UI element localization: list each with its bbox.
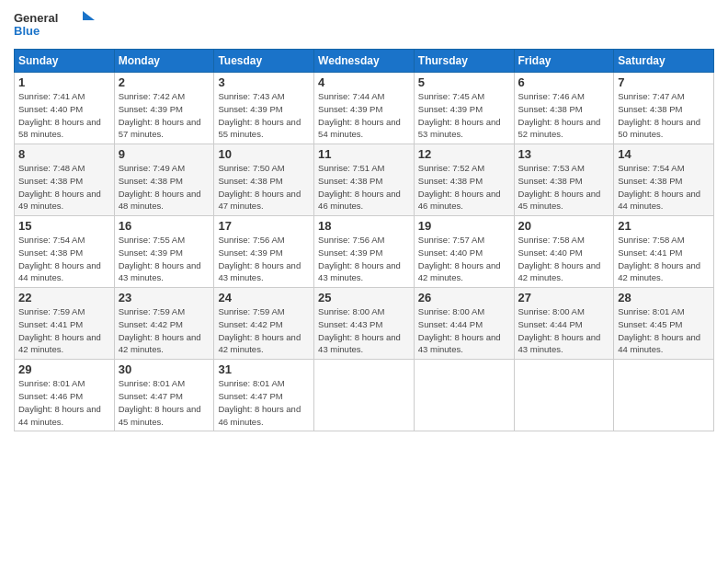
calendar-cell: 7 Sunrise: 7:47 AM Sunset: 4:38 PM Dayli… bbox=[614, 73, 714, 144]
day-info: Sunrise: 7:59 AM Sunset: 4:42 PM Dayligh… bbox=[119, 305, 210, 356]
day-info: Sunrise: 8:01 AM Sunset: 4:47 PM Dayligh… bbox=[218, 377, 310, 428]
sunset-label: Sunset: 4:38 PM bbox=[18, 176, 83, 186]
calendar-cell: 3 Sunrise: 7:43 AM Sunset: 4:39 PM Dayli… bbox=[214, 73, 314, 144]
sunrise-label: Sunrise: 8:00 AM bbox=[318, 306, 384, 316]
daylight-label: Daylight: 8 hours and 48 minutes. bbox=[119, 189, 201, 212]
sunset-label: Sunset: 4:38 PM bbox=[18, 247, 83, 258]
sunset-label: Sunset: 4:43 PM bbox=[318, 319, 382, 329]
sunrise-label: Sunrise: 7:53 AM bbox=[518, 163, 585, 173]
calendar-cell: 9 Sunrise: 7:49 AM Sunset: 4:38 PM Dayli… bbox=[114, 144, 214, 216]
sunset-label: Sunset: 4:42 PM bbox=[119, 319, 183, 329]
day-number: 8 bbox=[18, 147, 110, 161]
daylight-label: Daylight: 8 hours and 46 minutes. bbox=[218, 404, 301, 427]
sunset-label: Sunset: 4:41 PM bbox=[618, 247, 682, 258]
daylight-label: Daylight: 8 hours and 42 minutes. bbox=[18, 332, 101, 355]
logo: General Blue bbox=[14, 9, 97, 41]
day-info: Sunrise: 7:57 AM Sunset: 4:40 PM Dayligh… bbox=[418, 234, 510, 284]
daylight-label: Daylight: 8 hours and 43 minutes. bbox=[518, 332, 601, 355]
daylight-label: Daylight: 8 hours and 44 minutes. bbox=[618, 189, 700, 212]
calendar-cell: 8 Sunrise: 7:48 AM Sunset: 4:38 PM Dayli… bbox=[15, 144, 115, 216]
day-info: Sunrise: 7:46 AM Sunset: 4:38 PM Dayligh… bbox=[518, 90, 610, 141]
day-info: Sunrise: 7:43 AM Sunset: 4:39 PM Dayligh… bbox=[218, 90, 310, 141]
sunrise-label: Sunrise: 7:51 AM bbox=[318, 163, 384, 173]
day-number: 15 bbox=[18, 219, 110, 233]
sunset-label: Sunset: 4:42 PM bbox=[218, 319, 282, 329]
calendar-cell: 12 Sunrise: 7:52 AM Sunset: 4:38 PM Dayl… bbox=[414, 144, 514, 216]
day-number: 19 bbox=[418, 219, 510, 233]
sunset-label: Sunset: 4:38 PM bbox=[518, 176, 583, 186]
day-info: Sunrise: 7:59 AM Sunset: 4:42 PM Dayligh… bbox=[218, 305, 310, 356]
day-header-saturday: Saturday bbox=[614, 50, 714, 73]
daylight-label: Daylight: 8 hours and 42 minutes. bbox=[218, 332, 301, 355]
daylight-label: Daylight: 8 hours and 42 minutes. bbox=[618, 260, 700, 283]
day-info: Sunrise: 7:50 AM Sunset: 4:38 PM Dayligh… bbox=[218, 162, 310, 213]
day-number: 24 bbox=[218, 291, 310, 304]
day-number: 13 bbox=[518, 147, 610, 161]
day-info: Sunrise: 7:59 AM Sunset: 4:41 PM Dayligh… bbox=[18, 305, 110, 356]
daylight-label: Daylight: 8 hours and 44 minutes. bbox=[18, 404, 101, 427]
daylight-label: Daylight: 8 hours and 43 minutes. bbox=[218, 260, 301, 283]
day-number: 9 bbox=[119, 147, 210, 161]
page: General Blue SundayMondayTuesdayWednesda… bbox=[0, 0, 728, 563]
daylight-label: Daylight: 8 hours and 54 minutes. bbox=[318, 117, 401, 140]
day-number: 20 bbox=[518, 219, 610, 233]
sunset-label: Sunset: 4:46 PM bbox=[18, 391, 83, 401]
daylight-label: Daylight: 8 hours and 49 minutes. bbox=[18, 189, 101, 212]
day-number: 23 bbox=[119, 291, 210, 304]
svg-text:Blue: Blue bbox=[14, 24, 40, 38]
day-number: 31 bbox=[218, 362, 310, 376]
calendar-cell: 14 Sunrise: 7:54 AM Sunset: 4:38 PM Dayl… bbox=[614, 144, 714, 216]
day-info: Sunrise: 7:58 AM Sunset: 4:40 PM Dayligh… bbox=[518, 234, 610, 284]
sunset-label: Sunset: 4:39 PM bbox=[119, 104, 183, 114]
sunrise-label: Sunrise: 7:47 AM bbox=[618, 91, 684, 101]
sunset-label: Sunset: 4:38 PM bbox=[618, 176, 682, 186]
calendar-week-4: 22 Sunrise: 7:59 AM Sunset: 4:41 PM Dayl… bbox=[15, 288, 714, 360]
calendar-cell: 16 Sunrise: 7:55 AM Sunset: 4:39 PM Dayl… bbox=[114, 216, 214, 288]
sunset-label: Sunset: 4:38 PM bbox=[218, 176, 282, 186]
day-info: Sunrise: 7:45 AM Sunset: 4:39 PM Dayligh… bbox=[418, 90, 510, 141]
calendar-cell bbox=[514, 360, 614, 431]
calendar-cell: 31 Sunrise: 8:01 AM Sunset: 4:47 PM Dayl… bbox=[214, 360, 314, 431]
day-info: Sunrise: 8:00 AM Sunset: 4:43 PM Dayligh… bbox=[318, 305, 410, 356]
day-info: Sunrise: 7:52 AM Sunset: 4:38 PM Dayligh… bbox=[418, 162, 510, 213]
calendar-cell: 15 Sunrise: 7:54 AM Sunset: 4:38 PM Dayl… bbox=[15, 216, 115, 288]
day-number: 2 bbox=[119, 75, 210, 89]
day-info: Sunrise: 7:56 AM Sunset: 4:39 PM Dayligh… bbox=[318, 234, 410, 284]
day-number: 12 bbox=[418, 147, 510, 161]
day-number: 18 bbox=[318, 219, 410, 233]
sunrise-label: Sunrise: 7:45 AM bbox=[418, 91, 484, 101]
calendar-cell: 30 Sunrise: 8:01 AM Sunset: 4:47 PM Dayl… bbox=[114, 360, 214, 431]
sunrise-label: Sunrise: 7:59 AM bbox=[218, 306, 284, 316]
day-number: 17 bbox=[218, 219, 310, 233]
daylight-label: Daylight: 8 hours and 43 minutes. bbox=[318, 260, 401, 283]
sunrise-label: Sunrise: 7:58 AM bbox=[518, 235, 585, 245]
day-number: 29 bbox=[18, 362, 110, 376]
day-number: 6 bbox=[518, 75, 610, 89]
day-info: Sunrise: 8:01 AM Sunset: 4:47 PM Dayligh… bbox=[119, 377, 210, 428]
calendar-table: SundayMondayTuesdayWednesdayThursdayFrid… bbox=[14, 49, 714, 431]
calendar-week-5: 29 Sunrise: 8:01 AM Sunset: 4:46 PM Dayl… bbox=[15, 360, 714, 431]
sunset-label: Sunset: 4:40 PM bbox=[18, 104, 83, 114]
daylight-label: Daylight: 8 hours and 45 minutes. bbox=[518, 189, 601, 212]
calendar-cell: 4 Sunrise: 7:44 AM Sunset: 4:39 PM Dayli… bbox=[314, 73, 415, 144]
sunrise-label: Sunrise: 7:49 AM bbox=[119, 163, 185, 173]
calendar-cell: 10 Sunrise: 7:50 AM Sunset: 4:38 PM Dayl… bbox=[214, 144, 314, 216]
calendar-cell: 5 Sunrise: 7:45 AM Sunset: 4:39 PM Dayli… bbox=[414, 73, 514, 144]
daylight-label: Daylight: 8 hours and 43 minutes. bbox=[119, 260, 201, 283]
sunrise-label: Sunrise: 8:01 AM bbox=[218, 378, 284, 388]
daylight-label: Daylight: 8 hours and 43 minutes. bbox=[418, 332, 501, 355]
calendar-cell: 22 Sunrise: 7:59 AM Sunset: 4:41 PM Dayl… bbox=[15, 288, 115, 360]
daylight-label: Daylight: 8 hours and 43 minutes. bbox=[318, 332, 401, 355]
calendar-week-2: 8 Sunrise: 7:48 AM Sunset: 4:38 PM Dayli… bbox=[15, 144, 714, 216]
day-info: Sunrise: 7:51 AM Sunset: 4:38 PM Dayligh… bbox=[318, 162, 410, 213]
day-header-thursday: Thursday bbox=[414, 50, 514, 73]
day-number: 26 bbox=[418, 291, 510, 304]
calendar-cell: 27 Sunrise: 8:00 AM Sunset: 4:44 PM Dayl… bbox=[514, 288, 614, 360]
sunset-label: Sunset: 4:38 PM bbox=[119, 176, 183, 186]
daylight-label: Daylight: 8 hours and 58 minutes. bbox=[18, 117, 101, 140]
day-info: Sunrise: 8:01 AM Sunset: 4:45 PM Dayligh… bbox=[618, 305, 710, 356]
sunrise-label: Sunrise: 7:55 AM bbox=[119, 235, 185, 245]
day-number: 7 bbox=[618, 75, 710, 89]
day-info: Sunrise: 8:00 AM Sunset: 4:44 PM Dayligh… bbox=[418, 305, 510, 356]
day-number: 25 bbox=[318, 291, 410, 304]
